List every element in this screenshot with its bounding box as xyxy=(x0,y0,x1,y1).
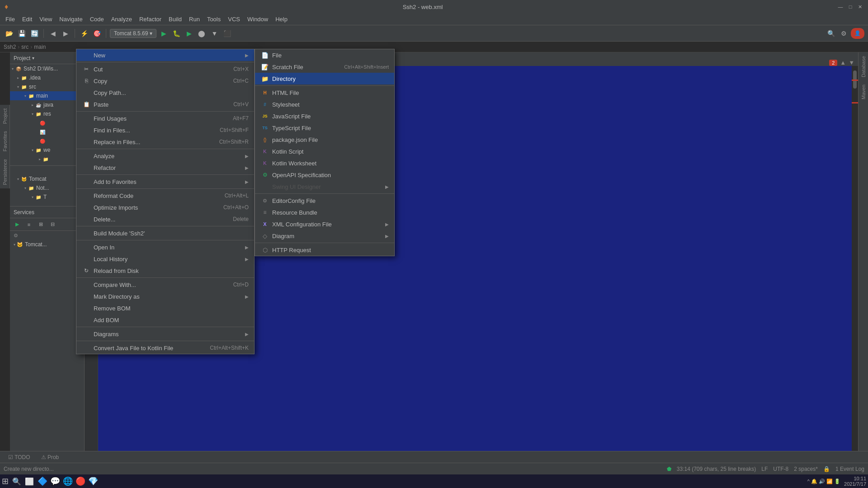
submenu-item-kotlin-worksheet[interactable]: K Kotlin Worksheet xyxy=(255,157,394,169)
submenu-item-openapi[interactable]: ⚙ OpenAPI Specification xyxy=(255,169,394,181)
submenu-item-http-request[interactable]: ⬡ HTTP Request xyxy=(255,244,394,256)
close-button[interactable]: ✕ xyxy=(857,4,863,10)
vtab-persistence[interactable]: Persistence xyxy=(1,155,9,188)
tree-item-res[interactable]: ▾ 📁 res xyxy=(10,109,84,118)
submenu-item-resource-bundle[interactable]: ≡ Resource Bundle xyxy=(255,206,394,218)
tree-item-ssh2[interactable]: ▾ 📦 Ssh2 D:\Wis... xyxy=(10,64,84,73)
breadcrumb-main[interactable]: main xyxy=(34,44,46,50)
bottom-tab-problems[interactable]: ⚠ Prob xyxy=(37,453,64,461)
services-list-btn[interactable]: ≡ xyxy=(24,219,34,230)
ctx-item-refactor[interactable]: Refactor ▶ xyxy=(76,162,254,174)
ctx-item-convert-java[interactable]: Convert Java File to Kotlin File Ctrl+Al… xyxy=(76,342,254,354)
ctx-item-find-in-files[interactable]: Find in Files... Ctrl+Shift+F xyxy=(76,124,254,136)
nav-down-icon[interactable]: ▼ xyxy=(849,59,854,66)
submenu-item-typescript[interactable]: TS TypeScript File xyxy=(255,122,394,134)
minimize-button[interactable]: — xyxy=(837,4,844,10)
submenu-item-packagejson[interactable]: {} package.json File xyxy=(255,134,394,145)
run-button[interactable]: ▶ xyxy=(158,28,169,39)
submenu-item-directory[interactable]: 📁 Directory xyxy=(255,73,394,84)
ctx-item-local-history[interactable]: Local History ▶ xyxy=(76,253,254,265)
tree-item-idea[interactable]: ▸ 📁 .idea xyxy=(10,73,84,82)
status-lf[interactable]: LF xyxy=(761,466,768,472)
ctx-item-open-in[interactable]: Open In ▶ xyxy=(76,241,254,253)
ctx-item-copy[interactable]: ⎘ Copy Ctrl+C xyxy=(76,75,254,87)
services-run-btn[interactable]: ▶ xyxy=(12,219,23,230)
ctx-item-reload[interactable]: ↻ Reload from Disk xyxy=(76,265,254,277)
search-taskbar[interactable]: 🔍 xyxy=(12,477,21,486)
submenu-item-file[interactable]: 📄 File xyxy=(255,49,394,61)
submenu-item-kotlin-script[interactable]: K Kotlin Script xyxy=(255,145,394,157)
menu-run[interactable]: Run xyxy=(185,15,203,23)
submenu-item-stylesheet[interactable]: # Stylesheet xyxy=(255,99,394,110)
services-item-gear[interactable]: ⚙ xyxy=(10,231,84,240)
submenu-item-xml-config[interactable]: X XML Configuration File ▶ xyxy=(255,218,394,230)
run-config-selector[interactable]: Tomcat 8.5.69 ▾ xyxy=(110,29,156,38)
services-item-tomcat[interactable]: ▾ 🐱 Tomcat... xyxy=(10,240,84,249)
taskbar-app1[interactable]: 🔴 xyxy=(75,476,85,486)
debug-button[interactable]: 🐛 xyxy=(171,28,182,39)
status-encoding[interactable]: UTF-8 xyxy=(773,466,788,472)
ctx-item-add-to-favorites[interactable]: Add to Favorites ▶ xyxy=(76,176,254,188)
ctx-item-replace-in-files[interactable]: Replace in Files... Ctrl+Shift+R xyxy=(76,136,254,148)
bottom-tab-todo[interactable]: ☑ TODO xyxy=(4,453,35,461)
sidebar-tab-maven[interactable]: Maven xyxy=(859,81,868,103)
save-button[interactable]: 💾 xyxy=(16,28,27,39)
nav-up-icon[interactable]: ▲ xyxy=(840,59,846,66)
menu-code[interactable]: Code xyxy=(86,15,108,23)
ctx-item-compare-with[interactable]: Compare With... Ctrl+D xyxy=(76,279,254,291)
tree-item-not[interactable]: ▾ 📁 Not... xyxy=(10,183,84,192)
windows-start[interactable]: ⊞ xyxy=(2,476,9,486)
maximize-button[interactable]: □ xyxy=(847,4,854,10)
scroll-indicator[interactable] xyxy=(852,66,858,488)
tree-item-t[interactable]: ▾ 📁 T xyxy=(10,192,84,202)
ctx-item-optimize[interactable]: Optimize Imports Ctrl+Alt+O xyxy=(76,202,254,213)
ctx-item-reformat[interactable]: Reformat Code Ctrl+Alt+L xyxy=(76,190,254,202)
tree-item-java[interactable]: ▸ ☕ java xyxy=(10,100,84,109)
target-button[interactable]: 🎯 xyxy=(91,28,102,39)
search-everywhere-button[interactable]: 🔍 xyxy=(826,28,836,39)
coverage-button[interactable]: ▶ xyxy=(184,28,194,39)
services-group-btn[interactable]: ⊟ xyxy=(47,219,58,230)
menu-build[interactable]: Build xyxy=(165,15,185,23)
notifications-button[interactable]: 👤 xyxy=(851,28,864,39)
tree-item-icons-2[interactable]: 📊 xyxy=(10,127,84,136)
sidebar-tab-database[interactable]: Database xyxy=(859,52,868,81)
ctx-item-mark-directory[interactable]: Mark Directory as ▶ xyxy=(76,291,254,302)
event-log[interactable]: 1 Event Log xyxy=(835,466,864,472)
settings-button[interactable]: ⚙ xyxy=(838,28,849,39)
project-panel-header[interactable]: Project ▾ xyxy=(10,52,84,64)
ctx-item-build-module[interactable]: Build Module 'Ssh2' xyxy=(76,227,254,239)
menu-edit[interactable]: Edit xyxy=(19,15,36,23)
taskbar-app2[interactable]: 💎 xyxy=(88,476,98,486)
submenu-item-scratch[interactable]: 📝 Scratch File Ctrl+Alt+Shift+Insert xyxy=(255,61,394,73)
breadcrumb-src[interactable]: src xyxy=(21,44,28,50)
stop-button[interactable]: ⬛ xyxy=(222,28,232,39)
tree-item-main[interactable]: ▾ 📁 main xyxy=(10,91,84,100)
menu-window[interactable]: Window xyxy=(244,15,272,23)
submenu-item-diagram[interactable]: ◇ Diagram ▶ xyxy=(255,230,394,242)
taskbar-intellij[interactable]: 🔷 xyxy=(38,476,47,486)
back-button[interactable]: ◀ xyxy=(47,28,58,39)
profile-button[interactable]: ⬤ xyxy=(196,28,207,39)
menu-navigate[interactable]: Navigate xyxy=(56,15,86,23)
sync-button[interactable]: 🔄 xyxy=(29,28,40,39)
submenu-item-javascript[interactable]: JS JavaScript File xyxy=(255,110,394,122)
tree-item-icons-3[interactable]: 🔴 xyxy=(10,136,84,145)
submenu-item-html[interactable]: H HTML File xyxy=(255,87,394,99)
ctx-item-remove-bom[interactable]: Remove BOM xyxy=(76,302,254,314)
tree-item-tomcat[interactable]: ▾ 🐱 Tomcat xyxy=(10,174,84,183)
menu-file[interactable]: File xyxy=(2,15,19,23)
forward-button[interactable]: ▶ xyxy=(60,28,71,39)
tree-item-src[interactable]: ▾ 📁 src xyxy=(10,82,84,91)
ctx-item-analyze[interactable]: Analyze ▶ xyxy=(76,150,254,162)
menu-help[interactable]: Help xyxy=(272,15,291,23)
vtab-favorites[interactable]: Favorites xyxy=(1,127,9,155)
open-button[interactable]: 📂 xyxy=(4,28,14,39)
menu-analyze[interactable]: Analyze xyxy=(108,15,136,23)
tree-item-folder-3[interactable]: ▸ 📁 xyxy=(10,155,84,164)
task-view[interactable]: ⬜ xyxy=(25,477,34,486)
services-header[interactable]: Services xyxy=(10,206,84,218)
menu-view[interactable]: View xyxy=(36,15,56,23)
status-spaces[interactable]: 2 spaces* xyxy=(794,466,818,472)
taskbar-wechat[interactable]: 💬 xyxy=(50,476,60,486)
